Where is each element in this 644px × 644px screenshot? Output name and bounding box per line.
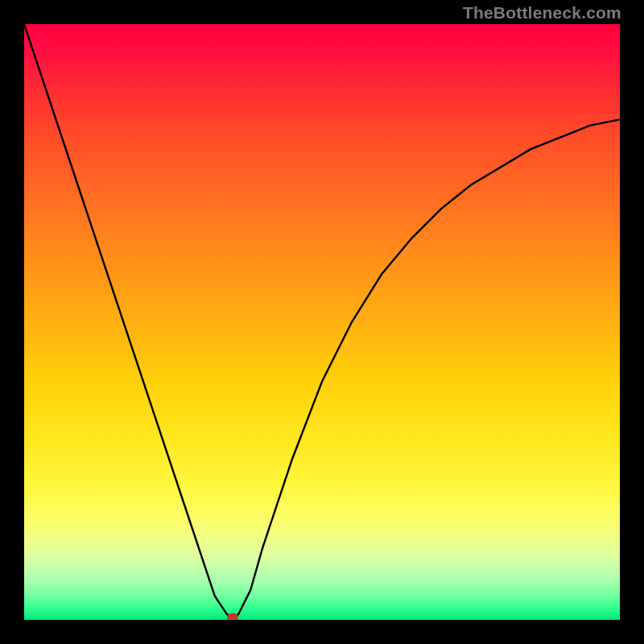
- plot-area: [24, 24, 620, 620]
- bottleneck-curve: [24, 24, 620, 620]
- chart-frame: TheBottleneck.com: [0, 0, 644, 644]
- watermark-text: TheBottleneck.com: [463, 3, 621, 23]
- curve-svg: [24, 24, 620, 620]
- minimum-marker: [227, 613, 238, 621]
